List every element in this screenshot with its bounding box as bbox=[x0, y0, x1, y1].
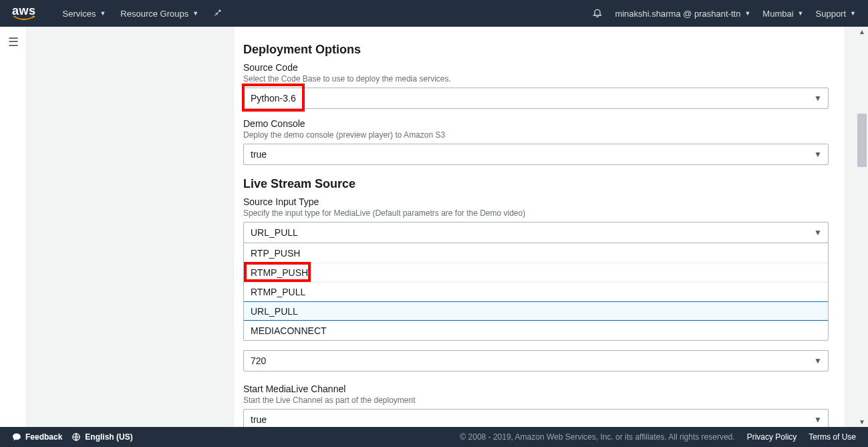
vertical-scrollbar[interactable]: ▲ ▼ bbox=[857, 27, 867, 427]
speech-bubble-icon bbox=[12, 432, 21, 442]
scroll-up-icon: ▲ bbox=[859, 28, 865, 35]
scroll-down-icon: ▼ bbox=[859, 418, 865, 426]
start-channel-value: true bbox=[251, 414, 267, 425]
source-code-value: Python-3.6 bbox=[251, 93, 296, 104]
demo-console-help: Deploy the demo console (preview player)… bbox=[243, 130, 829, 140]
main-content: Deployment Options Source Code Select th… bbox=[234, 27, 845, 427]
terms-of-use-link[interactable]: Terms of Use bbox=[809, 432, 856, 442]
chevron-down-icon: ▼ bbox=[814, 150, 822, 159]
resolution-value: 720 bbox=[251, 355, 266, 366]
resource-groups-label: Resource Groups bbox=[120, 9, 188, 19]
source-code-label: Source Code bbox=[243, 62, 829, 73]
dropdown-option-rtmp-push[interactable]: RTMP_PUSH bbox=[244, 263, 828, 282]
chevron-down-icon: ▼ bbox=[814, 415, 822, 424]
chevron-down-icon: ▼ bbox=[814, 356, 822, 365]
dropdown-option-rtmp-pull[interactable]: RTMP_PULL bbox=[244, 282, 828, 301]
dropdown-option-rtp-push[interactable]: RTP_PUSH bbox=[244, 243, 828, 263]
chevron-down-icon: ▼ bbox=[100, 10, 106, 17]
right-gutter: ▲ ▼ bbox=[845, 27, 868, 427]
source-input-type-label: Source Input Type bbox=[243, 196, 829, 207]
feedback-link[interactable]: Feedback bbox=[12, 432, 62, 442]
aws-logo[interactable]: aws bbox=[12, 5, 36, 22]
chevron-down-icon: ▼ bbox=[850, 10, 856, 17]
top-nav: aws Services ▼ Resource Groups ▼ minaksh… bbox=[0, 0, 868, 27]
chevron-down-icon: ▼ bbox=[798, 10, 804, 17]
globe-icon bbox=[71, 432, 81, 442]
support-menu[interactable]: Support ▼ bbox=[816, 9, 856, 19]
chevron-down-icon: ▼ bbox=[744, 10, 750, 17]
hamburger-icon[interactable]: ☰ bbox=[8, 36, 19, 48]
dropdown-option-mediaconnect[interactable]: MEDIACONNECT bbox=[244, 321, 828, 340]
nav-right-group: minakshi.sharma @ prashant-ttn ▼ Mumbai … bbox=[592, 7, 856, 20]
chevron-down-icon: ▼ bbox=[192, 10, 198, 17]
source-input-type-select[interactable]: URL_PULL ▼ bbox=[243, 222, 829, 243]
account-label: minakshi.sharma @ prashant-ttn bbox=[615, 9, 740, 19]
source-code-help: Select the Code Base to use to deploy th… bbox=[243, 74, 829, 84]
resource-groups-menu[interactable]: Resource Groups ▼ bbox=[120, 9, 198, 19]
live-stream-heading: Live Stream Source bbox=[243, 177, 829, 191]
nav-left-group: Services ▼ Resource Groups ▼ bbox=[63, 8, 223, 19]
privacy-policy-link[interactable]: Privacy Policy bbox=[747, 432, 797, 442]
side-hamburger-column: ☰ bbox=[0, 27, 27, 427]
services-label: Services bbox=[63, 9, 96, 19]
dropdown-option-url-pull[interactable]: URL_PULL bbox=[244, 301, 828, 321]
source-input-type-dropdown: RTP_PUSH RTMP_PUSH RTMP_PULL URL_PULL ME… bbox=[243, 243, 829, 341]
source-input-type-value: URL_PULL bbox=[251, 227, 298, 238]
demo-console-label: Demo Console bbox=[243, 118, 829, 129]
left-gutter bbox=[27, 27, 234, 427]
support-label: Support bbox=[816, 9, 847, 19]
copyright-text: © 2008 - 2019, Amazon Web Services, Inc.… bbox=[460, 432, 734, 442]
source-code-select[interactable]: Python-3.6 ▼ bbox=[243, 88, 829, 109]
resolution-select[interactable]: 720 ▼ bbox=[243, 350, 829, 371]
start-channel-select[interactable]: true ▼ bbox=[243, 409, 829, 427]
pin-icon[interactable] bbox=[213, 8, 223, 19]
region-menu[interactable]: Mumbai ▼ bbox=[762, 9, 803, 19]
deployment-options-heading: Deployment Options bbox=[243, 43, 829, 57]
start-channel-label: Start MediaLive Channel bbox=[243, 384, 829, 394]
demo-console-value: true bbox=[251, 149, 267, 160]
demo-console-select[interactable]: true ▼ bbox=[243, 144, 829, 165]
aws-smile-icon bbox=[13, 15, 35, 22]
body-row: ☰ Deployment Options Source Code Select … bbox=[0, 27, 868, 427]
language-selector[interactable]: English (US) bbox=[71, 432, 132, 442]
footer: Feedback English (US) © 2008 - 2019, Ama… bbox=[0, 427, 868, 447]
bell-icon[interactable] bbox=[592, 7, 603, 20]
source-input-type-help: Specify the input type for MediaLive (De… bbox=[243, 208, 829, 218]
chevron-down-icon: ▼ bbox=[814, 228, 822, 237]
chevron-down-icon: ▼ bbox=[814, 94, 822, 103]
scroll-thumb bbox=[857, 114, 867, 167]
region-label: Mumbai bbox=[762, 9, 793, 19]
language-label: English (US) bbox=[85, 432, 132, 442]
account-menu[interactable]: minakshi.sharma @ prashant-ttn ▼ bbox=[615, 9, 750, 19]
feedback-label: Feedback bbox=[25, 432, 62, 442]
start-channel-help: Start the Live Channel as part of the de… bbox=[243, 396, 829, 405]
services-menu[interactable]: Services ▼ bbox=[63, 9, 106, 19]
